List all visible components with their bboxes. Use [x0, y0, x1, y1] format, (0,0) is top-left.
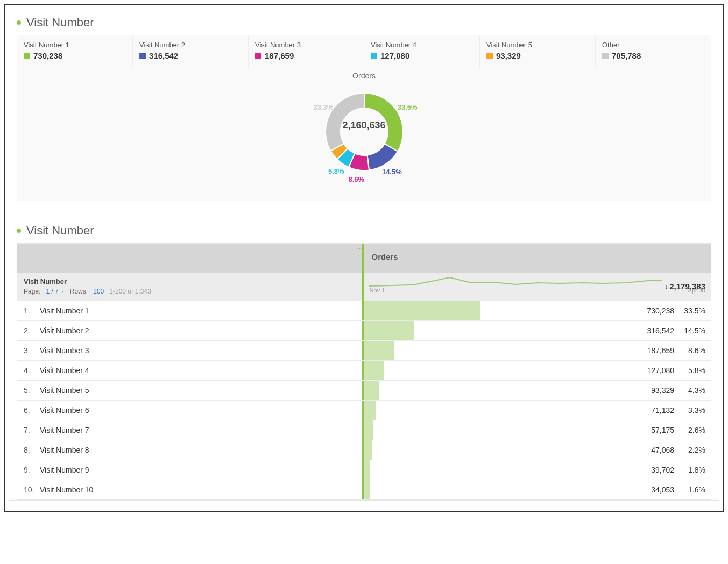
legend-value: 127,080 [380, 51, 409, 60]
legend-label: Visit Number 4 [371, 41, 473, 49]
table-row[interactable]: 7.Visit Number 757,1752.6% [17, 420, 711, 440]
row-bar [364, 401, 376, 420]
row-pct: 2.6% [682, 426, 705, 434]
donut-summary-card: Visit Number 1730,238Visit Number 2316,5… [17, 35, 711, 201]
freeform-table: :::: Orders Visit Number Page: 1 / 7 › [17, 243, 711, 500]
donut-pct-label: 14.5% [382, 168, 402, 176]
dimension-title: Visit Number [24, 277, 356, 285]
row-value: 57,175 [640, 426, 674, 434]
table-header-row: :::: Orders [17, 244, 711, 273]
row-value: 34,053 [640, 486, 674, 494]
panel-title: Visit Number [26, 224, 94, 238]
legend-value: 730,238 [33, 51, 62, 60]
rows-label: Rows: [70, 288, 88, 295]
row-value: 93,329 [640, 386, 674, 395]
table-row[interactable]: 1.Visit Number 1730,23833.5% [17, 301, 711, 321]
legend-value: 187,659 [265, 51, 294, 60]
table-header-metric[interactable]: Orders [364, 244, 711, 273]
legend-item[interactable]: Visit Number 2316,542 [133, 35, 249, 67]
page-next-icon[interactable]: › [60, 288, 65, 295]
row-index: 7. [24, 426, 33, 434]
legend-value: 705,788 [612, 51, 641, 60]
donut-pct-label: 5.8% [328, 167, 344, 175]
table-row[interactable]: 8.Visit Number 847,0682.2% [17, 440, 711, 460]
legend-item[interactable]: Visit Number 593,329 [480, 35, 596, 67]
donut-center-total: 2,160,636 [289, 120, 440, 131]
row-pct: 2.2% [682, 446, 705, 454]
row-value: 39,702 [640, 466, 674, 474]
row-value: 127,080 [640, 366, 674, 375]
row-value: 47,068 [640, 446, 674, 454]
row-value: 71,132 [640, 406, 674, 415]
donut-chart: 2,160,636 33.5%14.5%8.6%5.8%33.3% [289, 83, 440, 191]
row-bar [364, 420, 373, 440]
status-dot-icon [17, 20, 21, 25]
table-row[interactable]: 4.Visit Number 4127,0805.8% [17, 361, 711, 381]
row-index: 2. [24, 326, 33, 335]
donut-pct-label: 8.6% [349, 175, 365, 183]
table-row[interactable]: 6.Visit Number 671,1323.3% [17, 401, 711, 420]
row-bar [364, 460, 371, 480]
row-index: 9. [24, 466, 33, 474]
row-label: Visit Number 5 [40, 386, 89, 395]
row-index: 1. [24, 306, 33, 315]
row-pct: 5.8% [682, 366, 705, 375]
row-index: 10. [24, 486, 33, 494]
row-index: 3. [24, 346, 33, 355]
table-body: 1.Visit Number 1730,23833.5%2.Visit Numb… [17, 301, 711, 499]
legend-swatch-icon [371, 53, 377, 59]
row-bar [364, 301, 480, 320]
legend-item[interactable]: Visit Number 3187,659 [249, 35, 364, 67]
row-bar [364, 361, 384, 380]
table-row[interactable]: 2.Visit Number 2316,54214.5% [17, 321, 711, 341]
legend-label: Other [602, 41, 704, 49]
row-label: Visit Number 8 [40, 446, 89, 454]
table-header-dimension[interactable]: :::: [17, 244, 364, 273]
row-pct: 33.5% [682, 306, 705, 315]
row-label: Visit Number 4 [40, 366, 89, 375]
row-bar [364, 440, 372, 460]
row-value: 730,238 [640, 306, 674, 315]
table-subheader-row: Visit Number Page: 1 / 7 › Rows: 200 [17, 273, 711, 301]
donut-pct-label: 33.5% [398, 103, 418, 111]
donut-pct-label: 33.3% [314, 103, 334, 111]
rows-per-page[interactable]: 200 [93, 288, 104, 295]
table-paginator: Page: 1 / 7 › Rows: 200 1-200 of 1,343 [24, 288, 356, 295]
legend-label: Visit Number 5 [486, 41, 589, 49]
row-label: Visit Number 3 [40, 346, 89, 355]
row-bar [364, 321, 414, 340]
legend-label: Visit Number 2 [139, 41, 242, 49]
row-label: Visit Number 2 [40, 326, 89, 335]
table-row[interactable]: 10.Visit Number 1034,0531.6% [17, 480, 711, 499]
donut-chart-title: Orders [17, 72, 711, 80]
row-pct: 1.6% [682, 486, 705, 494]
legend-item[interactable]: Visit Number 1730,238 [17, 35, 133, 67]
row-label: Visit Number 7 [40, 426, 89, 434]
legend-item[interactable]: Visit Number 4127,080 [364, 35, 480, 67]
legend-item[interactable]: Other705,788 [596, 35, 711, 67]
row-label: Visit Number 9 [40, 466, 89, 474]
legend-row: Visit Number 1730,238Visit Number 2316,5… [17, 35, 711, 67]
column-resize-handle-icon[interactable]: :::: [355, 247, 363, 252]
table-row[interactable]: 3.Visit Number 3187,6598.6% [17, 341, 711, 361]
row-pct: 3.3% [682, 406, 705, 415]
page-current[interactable]: 1 [46, 288, 50, 295]
metric-orders-label: Orders [372, 252, 398, 261]
page-label: Page: [24, 288, 40, 295]
row-bar [364, 341, 394, 360]
row-value: 187,659 [640, 346, 674, 355]
legend-swatch-icon [24, 53, 30, 59]
legend-swatch-icon [255, 53, 261, 59]
table-row[interactable]: 5.Visit Number 593,3294.3% [17, 381, 711, 401]
rows-range: 1-200 of 1,343 [109, 288, 151, 295]
row-index: 4. [24, 366, 33, 375]
row-index: 8. [24, 446, 33, 454]
table-row[interactable]: 9.Visit Number 939,7021.8% [17, 460, 711, 480]
row-pct: 4.3% [682, 386, 705, 395]
row-bar [364, 480, 370, 499]
legend-label: Visit Number 1 [24, 41, 126, 49]
row-index: 5. [24, 386, 33, 395]
sparkline-start-date: Nov 1 [370, 287, 385, 294]
page-sep: / [51, 288, 53, 295]
legend-swatch-icon [602, 53, 609, 59]
